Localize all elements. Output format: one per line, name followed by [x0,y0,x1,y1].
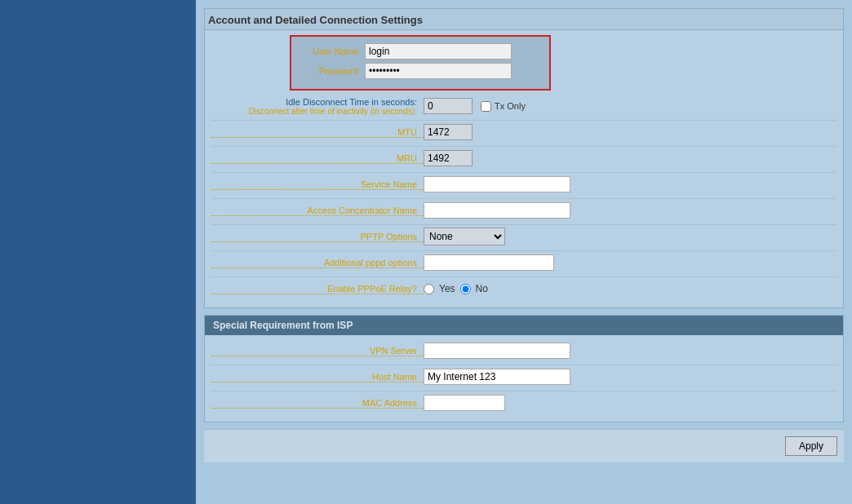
mac-address-input[interactable] [424,395,505,411]
password-row: Password [300,63,541,79]
additional-pppd-input[interactable] [424,254,554,271]
username-label: User Name [300,46,365,56]
enable-pppoe-row: Enable PPPoE Relay? Yes No [208,278,840,299]
mru-input[interactable] [424,150,473,166]
account-section-title: Account and Detailed Connection Settings [205,9,843,30]
mtu-input[interactable] [424,124,473,140]
password-label: Password [300,66,365,76]
idle-disconnect-row: Idle Disconnect Time in seconds: Disconn… [208,95,840,117]
mac-address-label: MAC Address [211,398,424,409]
password-input[interactable] [365,63,512,79]
pptp-options-select[interactable]: None MPPE 40 MPPE 56 MPPE 128 [424,228,505,245]
access-concentrator-label: Access Concentrator Name [211,206,424,216]
additional-pppd-row: Additional pppd options [208,252,840,273]
mtu-label: MTU [211,127,424,138]
main-content: Account and Detailed Connection Settings… [196,0,852,504]
mru-row: MRU [208,148,840,169]
host-name-input[interactable] [424,369,570,385]
mac-address-row: MAC Address [208,392,840,413]
host-name-row: Host Name [208,366,840,387]
additional-pppd-label: Additional pppd options [211,258,424,268]
radio-no[interactable] [460,284,471,294]
idle-value-input[interactable] [424,98,473,114]
radio-yes[interactable] [424,284,434,294]
tx-only-label: Tx Only [495,101,526,111]
radio-no-label: No [476,283,488,294]
sidebar [0,0,196,504]
radio-yes-label: Yes [439,283,455,294]
tx-only-checkbox[interactable] [481,101,491,112]
access-concentrator-input[interactable] [424,202,570,219]
apply-button[interactable]: Apply [785,436,837,456]
vpn-server-label: VPN Server [211,346,424,356]
mtu-row: MTU [208,122,840,143]
pppoe-relay-radio-group: Yes No [424,283,488,294]
service-name-input[interactable] [424,176,570,192]
service-name-row: Service Name [208,174,840,195]
username-input[interactable] [365,43,512,60]
enable-pppoe-label: Enable PPPoE Relay? [211,284,424,294]
pptp-options-label: PPTP Options [211,232,424,242]
idle-label-line1: Idle Disconnect Time in seconds: [211,97,417,107]
account-section: Account and Detailed Connection Settings… [204,8,844,308]
vpn-server-row: VPN Server [208,340,840,361]
isp-section-title: Special Requirement from ISP [205,316,843,335]
service-name-label: Service Name [211,179,424,190]
idle-label-line2: Disconnect after time of inactivity (in … [211,107,417,116]
username-row: User Name [300,43,541,60]
vpn-server-input[interactable] [424,343,570,359]
access-concentrator-row: Access Concentrator Name [208,200,840,221]
mru-label: MRU [211,153,424,164]
pptp-options-row: PPTP Options None MPPE 40 MPPE 56 MPPE 1… [208,226,840,247]
apply-bar: Apply [204,429,844,462]
isp-section: Special Requirement from ISP VPN Server … [204,315,844,422]
host-name-label: Host Name [211,372,424,382]
